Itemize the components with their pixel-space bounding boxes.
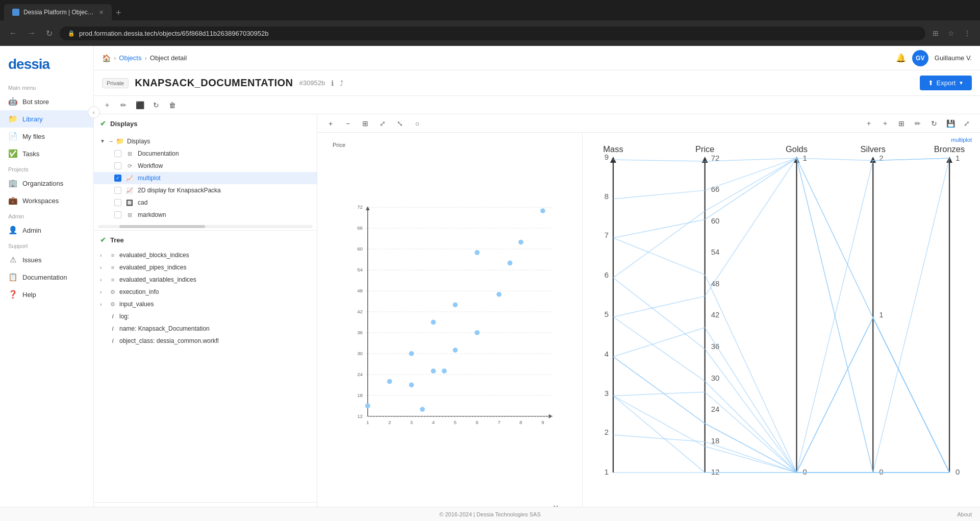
display-item-cad[interactable]: 🔲 cad — [94, 196, 317, 209]
address-bar[interactable]: 🔒 prod.formation.dessia.tech/objects/65f… — [60, 27, 925, 40]
back-button[interactable]: ← — [6, 27, 20, 40]
tree-item-input-values[interactable]: › ⚙ input_values — [94, 298, 317, 310]
2d-label: 2D display for KnapsackPacka — [138, 187, 221, 194]
forward-button[interactable]: → — [24, 27, 39, 40]
chart-table-right[interactable]: ⊞ — [894, 116, 909, 131]
sidebar-label-documentation: Documentation — [22, 274, 67, 281]
tree-content: › ≡ evaluated_blocks_indices › ≡ evaluat… — [94, 249, 317, 502]
markdown-checkbox[interactable] — [114, 211, 121, 218]
breadcrumb-sep-2: › — [144, 54, 146, 62]
new-tab-button[interactable]: + — [112, 6, 125, 20]
chart-save-right[interactable]: 💾 — [943, 116, 958, 131]
displays-title: Displays — [110, 120, 137, 128]
log-label: log: — [119, 313, 129, 320]
chart-zoom-out-button[interactable]: − — [341, 116, 355, 131]
documentation-checkbox[interactable] — [114, 150, 121, 157]
tree-item-log[interactable]: › I log: — [94, 310, 317, 322]
sidebar-item-tasks[interactable]: ✅ Tasks — [0, 145, 93, 162]
toolbar-add-button[interactable]: ＋ — [100, 98, 114, 112]
tree-item-evaluated-pipes[interactable]: › ≡ evaluated_pipes_indices — [94, 261, 317, 274]
expand-icon-variables: › — [100, 277, 106, 283]
object-header: Private KNAPSACK_DOCUMENTATION #30952b ℹ… — [94, 70, 980, 96]
chart-edit-right[interactable]: ✏ — [911, 116, 925, 131]
svg-point-36 — [387, 379, 392, 384]
2d-checkbox[interactable] — [114, 187, 121, 194]
chart-plus-right[interactable]: ＋ — [878, 116, 892, 131]
browser-tab-active[interactable]: Dessia Platform | Object detail ✕ — [4, 4, 112, 20]
sidebar-collapse-button[interactable]: ‹ — [88, 106, 100, 118]
tree-item-name[interactable]: › I name: Knapsack_Documentation — [94, 322, 317, 335]
multiplot-checkbox[interactable]: ✓ — [114, 175, 121, 182]
chart-fullscreen-right[interactable]: ⤢ — [960, 116, 974, 131]
bookmark-icon[interactable]: ☆ — [945, 27, 958, 39]
scatter-svg: 12 18 24 30 36 42 48 — [343, 143, 562, 501]
footer-about-link[interactable]: About — [957, 511, 972, 517]
chart-circle-button[interactable]: ○ — [410, 116, 424, 131]
sidebar-label-bot-store: Bot store — [22, 98, 49, 106]
cad-checkbox[interactable] — [114, 199, 121, 206]
chart-add-right[interactable]: ＋ — [862, 116, 876, 131]
main-menu-label: Main menu — [0, 81, 93, 93]
chart-grid-button[interactable]: ⊞ — [358, 116, 372, 131]
reload-button[interactable]: ↻ — [43, 27, 56, 40]
chart-toolbar-right: ＋ ＋ ⊞ ✏ ↻ 💾 ⤢ — [862, 116, 974, 131]
chart-add-button[interactable]: + — [323, 116, 338, 131]
tree-item-evaluated-blocks[interactable]: › ≡ evaluated_blocks_indices — [94, 249, 317, 261]
svg-text:42: 42 — [357, 309, 363, 314]
info-icon[interactable]: ℹ — [331, 79, 334, 87]
home-icon[interactable]: 🏠 — [102, 54, 111, 62]
chart-collapse-button[interactable]: ⤡ — [393, 116, 407, 131]
multiplot-type-icon: 📈 — [125, 175, 134, 182]
sidebar-item-admin[interactable]: 👤 Admin — [0, 221, 93, 239]
markdown-label: markdown — [138, 211, 166, 218]
sidebar-item-library[interactable]: 📁 Library — [0, 110, 93, 128]
display-item-documentation[interactable]: ⊞ Documentation — [94, 147, 317, 160]
breadcrumb-objects[interactable]: Objects — [119, 54, 141, 62]
svg-point-40 — [431, 320, 436, 325]
tree-item-evaluated-variables[interactable]: › ≡ evaluated_variables_indices — [94, 274, 317, 286]
display-item-markdown[interactable]: ⊞ markdown — [94, 209, 317, 221]
tree-item-object-class[interactable]: › I object_class: dessia_common.workfl — [94, 335, 317, 347]
workflow-checkbox[interactable] — [114, 162, 121, 169]
display-item-multiplot[interactable]: ✓ 📈 multiplot — [94, 172, 317, 184]
svg-text:42: 42 — [711, 310, 720, 319]
settings-icon[interactable]: ⋮ — [961, 27, 974, 39]
documentation-type-icon: ⊞ — [125, 151, 134, 157]
extensions-icon[interactable]: ⊞ — [929, 27, 942, 39]
export-button[interactable]: ⬆ Export ▼ — [920, 76, 972, 90]
notification-icon[interactable]: 🔔 — [896, 53, 906, 63]
tab-close-button[interactable]: ✕ — [99, 9, 104, 16]
display-item-workflow[interactable]: ⟳ Workflow — [94, 160, 317, 172]
user-avatar[interactable]: GV — [912, 50, 928, 66]
svg-text:5: 5 — [454, 419, 457, 425]
displays-folder[interactable]: ▼ − 📁 Displays — [94, 135, 317, 147]
tree-item-execution-info[interactable]: › ⚙ execution_info — [94, 286, 317, 298]
chart-refresh-right[interactable]: ↻ — [927, 116, 941, 131]
tree-title: Tree — [110, 236, 124, 244]
sidebar-item-organizations[interactable]: 🏢 Organizations — [0, 175, 93, 192]
sidebar-item-workspaces[interactable]: 💼 Workspaces — [0, 192, 93, 209]
toolbar-edit-button[interactable]: ✏ — [116, 98, 131, 112]
share-icon[interactable]: ⤴ — [340, 79, 343, 87]
sidebar-item-my-files[interactable]: 📄 My files — [0, 128, 93, 145]
chart-toolbar: + − ⊞ ⤢ ⤡ ○ ＋ ＋ ⊞ ✏ ↻ 💾 ⤢ — [317, 114, 980, 133]
sidebar-item-issues[interactable]: ⚠ Issues — [0, 251, 93, 268]
svg-text:1: 1 — [956, 154, 960, 162]
toolbar-delete-button[interactable]: 🗑 — [165, 98, 180, 112]
sidebar-item-help[interactable]: ❓ Help — [0, 286, 93, 303]
toolbar-duplicate-button[interactable]: ⬛ — [133, 98, 147, 112]
folder-name: Displays — [127, 138, 150, 145]
svg-point-48 — [508, 261, 513, 266]
sidebar-item-bot-store[interactable]: 🤖 Bot store — [0, 93, 93, 110]
left-panel: ✔ Displays ▼ − 📁 Displays — [94, 114, 317, 521]
displays-header[interactable]: ✔ Displays — [94, 114, 317, 133]
toolbar-refresh-button[interactable]: ↻ — [149, 98, 163, 112]
tree-header[interactable]: ✔ Tree — [94, 231, 317, 249]
chart-expand-button[interactable]: ⤢ — [375, 116, 390, 131]
sidebar-label-workspaces: Workspaces — [22, 197, 59, 205]
svg-point-37 — [409, 351, 414, 356]
sidebar-item-documentation[interactable]: 📋 Documentation — [0, 268, 93, 286]
display-item-2d[interactable]: 📈 2D display for KnapsackPacka — [94, 184, 317, 196]
blocks-icon: ≡ — [109, 252, 116, 258]
svg-text:Silvers: Silvers — [861, 144, 886, 154]
